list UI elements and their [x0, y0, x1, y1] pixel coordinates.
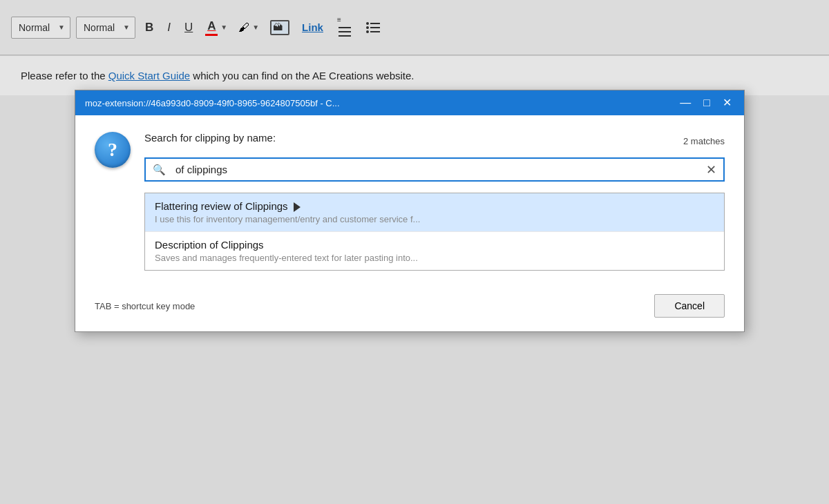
search-clear-button[interactable]: ✕: [699, 161, 723, 179]
help-icon: ?: [95, 132, 131, 168]
result-item-1[interactable]: Flattering review of Clippings I use thi…: [145, 193, 724, 232]
maximize-button[interactable]: □: [701, 97, 713, 108]
search-input[interactable]: [173, 159, 699, 180]
cursor-indicator: [294, 202, 301, 212]
dialog-titlebar: moz-extension://46a993d0-8909-49f0-8965-…: [75, 90, 744, 115]
help-icon-question-mark: ?: [108, 139, 117, 161]
search-dialog: moz-extension://46a993d0-8909-49f0-8965-…: [75, 90, 745, 332]
search-label: Search for clipping by name:: [144, 132, 276, 144]
result-preview-2: Saves and manages frequently-entered tex…: [155, 253, 714, 263]
dialog-footer: TAB = shortcut key mode Cancel: [75, 284, 744, 331]
dialog-body: ? Search for clipping by name: 2 matches…: [75, 115, 744, 284]
close-button[interactable]: ✕: [720, 97, 734, 108]
search-label-area: Search for clipping by name: 2 matches 🔍…: [144, 132, 725, 182]
search-input-wrapper: 🔍 ✕: [144, 157, 725, 182]
results-dropdown: Flattering review of Clippings I use thi…: [144, 193, 725, 271]
result-item-2[interactable]: Description of Clippings Saves and manag…: [145, 232, 724, 270]
dialog-header-row: ? Search for clipping by name: 2 matches…: [95, 132, 725, 182]
tab-shortcut-text: TAB = shortcut key mode: [95, 301, 195, 311]
cancel-button[interactable]: Cancel: [654, 294, 725, 318]
result-preview-1: I use this for inventory management/entr…: [155, 214, 714, 224]
dialog-title: moz-extension://46a993d0-8909-49f0-8965-…: [85, 98, 666, 108]
search-icon: 🔍: [146, 159, 173, 180]
titlebar-controls: — □ ✕: [677, 97, 734, 108]
minimize-button[interactable]: —: [677, 97, 694, 108]
result-title-1: Flattering review of Clippings: [155, 200, 714, 212]
result-title-2: Description of Clippings: [155, 239, 714, 251]
matches-count: 2 matches: [683, 136, 725, 146]
